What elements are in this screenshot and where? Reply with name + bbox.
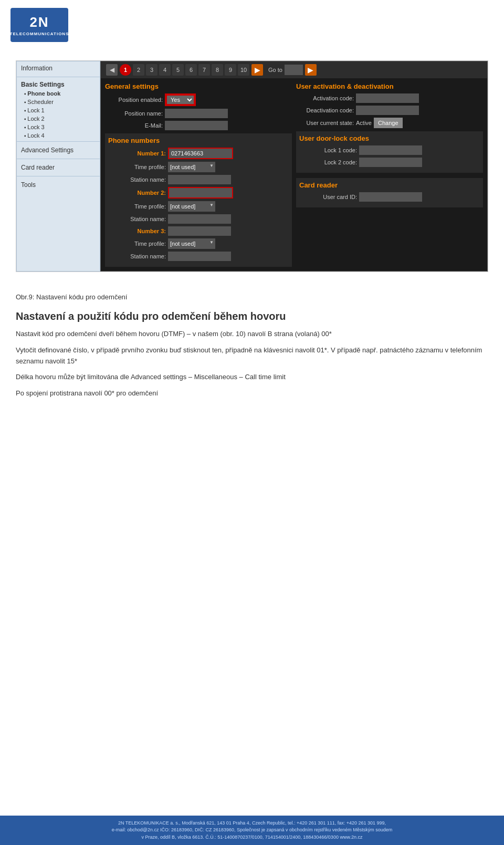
station-name3-label: Station name: bbox=[108, 253, 166, 259]
nav-next-arrow[interactable]: ▶ bbox=[251, 64, 263, 76]
station-name2-input[interactable] bbox=[168, 214, 231, 224]
email-input[interactable] bbox=[165, 121, 228, 130]
user-card-id-label: User card ID: bbox=[299, 194, 357, 200]
activation-code-input[interactable] bbox=[356, 93, 419, 103]
lock2-code-input[interactable] bbox=[359, 158, 422, 167]
card-reader-title: Card reader bbox=[299, 181, 480, 189]
goto-go-arrow[interactable]: ▶ bbox=[305, 64, 317, 76]
number3-group: Number 3: bbox=[108, 226, 289, 236]
page-9[interactable]: 9 bbox=[225, 64, 236, 76]
number3-input[interactable] bbox=[168, 226, 231, 236]
sidebar-item-lock4[interactable]: Lock 4 bbox=[17, 131, 100, 140]
sidebar-tools[interactable]: Tools bbox=[17, 178, 100, 192]
station-name1-group: Station name: bbox=[108, 175, 289, 184]
number1-input[interactable] bbox=[169, 149, 232, 158]
logo-text: 2N bbox=[29, 14, 49, 30]
time-profile2-select[interactable]: [not used] bbox=[168, 201, 215, 212]
sidebar-item-lock2[interactable]: Lock 2 bbox=[17, 114, 100, 123]
user-current-state-label: User current state: bbox=[296, 120, 354, 126]
sidebar-item-phonebook[interactable]: Phone book bbox=[17, 89, 100, 98]
footer-line2: e-mail: obchod@2n.cz IČO: 26183960, DIČ:… bbox=[10, 827, 494, 834]
main-heading: Nastavení a použití kódu pro odemčení bě… bbox=[16, 310, 488, 322]
page-6[interactable]: 6 bbox=[185, 64, 197, 76]
door-lock-section: User door-lock codes Lock 1 code: Lock 2… bbox=[296, 131, 483, 173]
sidebar-card-reader[interactable]: Card reader bbox=[17, 161, 100, 174]
time-profile1-group: Time profile: [not used] bbox=[108, 162, 289, 172]
station-name1-input[interactable] bbox=[168, 175, 231, 184]
logo-subtitle: TELECOMMUNICATIONS bbox=[10, 32, 69, 36]
user-current-state-group: User current state: Active Change bbox=[296, 118, 483, 128]
time-profile2-label: Time profile: bbox=[108, 203, 166, 210]
page-2[interactable]: 2 bbox=[133, 64, 144, 76]
station-name3-input[interactable] bbox=[168, 252, 231, 261]
number1-group: Number 1: bbox=[108, 148, 289, 159]
sidebar-item-lock1[interactable]: Lock 1 bbox=[17, 106, 100, 114]
nav-bar: ◀ 1 2 3 4 5 6 7 8 9 10 ▶ Go to ▶ bbox=[101, 61, 487, 78]
number2-label: Number 2: bbox=[108, 190, 166, 196]
body-para2: Vytočit definované číslo, v případě prvn… bbox=[16, 345, 488, 367]
deactivation-code-label: Deactivation code: bbox=[296, 107, 354, 113]
device-panel: ◀ 1 2 3 4 5 6 7 8 9 10 ▶ Go to ▶ bbox=[100, 61, 488, 272]
activation-code-group: Activation code: bbox=[296, 93, 483, 103]
sidebar: Information Basic Settings Phone book Sc… bbox=[16, 61, 100, 272]
page-7[interactable]: 7 bbox=[198, 64, 210, 76]
position-enabled-group: Position enabled: Yes bbox=[105, 93, 292, 106]
time-profile3-select[interactable]: [not used] bbox=[168, 238, 215, 249]
page-10[interactable]: 10 bbox=[238, 64, 249, 76]
user-card-id-group: User card ID: bbox=[299, 192, 480, 202]
page-numbers: 1 2 3 4 5 6 7 8 9 10 bbox=[120, 64, 249, 76]
sidebar-advanced-settings[interactable]: Advanced Settings bbox=[17, 143, 100, 157]
time-profile3-group: Time profile: [not used] bbox=[108, 238, 289, 249]
change-button[interactable]: Change bbox=[374, 118, 403, 128]
sidebar-item-information[interactable]: Information bbox=[17, 61, 100, 75]
lock2-code-group: Lock 2 code: bbox=[299, 158, 480, 167]
email-label: E-Mail: bbox=[105, 122, 163, 129]
position-name-input[interactable] bbox=[165, 109, 228, 118]
position-name-group: Position name: bbox=[105, 109, 292, 118]
station-name2-group: Station name: bbox=[108, 214, 289, 224]
lock1-code-group: Lock 1 code: bbox=[299, 145, 480, 155]
sidebar-item-scheduler[interactable]: Scheduler bbox=[17, 98, 100, 106]
lock1-code-label: Lock 1 code: bbox=[299, 147, 357, 153]
nav-prev-arrow[interactable]: ◀ bbox=[106, 64, 118, 76]
sidebar-item-lock3[interactable]: Lock 3 bbox=[17, 123, 100, 131]
position-enabled-select[interactable]: Yes bbox=[166, 95, 195, 105]
logo-area: 2N TELECOMMUNICATIONS bbox=[10, 8, 494, 42]
user-card-id-input[interactable] bbox=[359, 192, 422, 202]
page-1[interactable]: 1 bbox=[120, 64, 131, 76]
footer-line3: v Praze, oddíl B, vložka 6613. Č.Ú.: 51-… bbox=[10, 834, 494, 841]
phone-numbers-title: Phone numbers bbox=[108, 137, 289, 144]
footer-line1: 2N TELEKOMUNIKACE a. s., Modřanská 621, … bbox=[10, 820, 494, 827]
figure-caption: Obr.9: Nastavení kódu pro odemčení bbox=[16, 293, 488, 301]
goto-label: Go to bbox=[268, 67, 282, 73]
page-3[interactable]: 3 bbox=[146, 64, 158, 76]
body-para4: Po spojení protistrana navolí 00* pro od… bbox=[16, 388, 488, 399]
body-para3: Délka hovoru může být limitována dle Adv… bbox=[16, 372, 488, 383]
deactivation-code-group: Deactivation code: bbox=[296, 106, 483, 115]
general-settings-title: General settings bbox=[105, 82, 292, 90]
number1-label: Number 1: bbox=[108, 150, 166, 157]
deactivation-code-input[interactable] bbox=[356, 106, 419, 115]
screenshot-area: Information Basic Settings Phone book Sc… bbox=[16, 60, 488, 272]
activation-code-label: Activation code: bbox=[296, 95, 354, 101]
page-4[interactable]: 4 bbox=[159, 64, 171, 76]
number3-label: Number 3: bbox=[108, 228, 166, 234]
number2-group: Number 2: bbox=[108, 187, 289, 199]
lock1-code-input[interactable] bbox=[359, 145, 422, 155]
page-8[interactable]: 8 bbox=[212, 64, 223, 76]
time-profile1-select[interactable]: [not used] bbox=[168, 162, 215, 172]
body-para1: Nastavit kód pro odemčení dveří během ho… bbox=[16, 329, 488, 340]
page-5[interactable]: 5 bbox=[172, 64, 184, 76]
sidebar-basic-settings[interactable]: Basic Settings bbox=[17, 79, 100, 89]
email-group: E-Mail: bbox=[105, 121, 292, 130]
goto-input[interactable] bbox=[285, 65, 303, 75]
time-profile1-label: Time profile: bbox=[108, 164, 166, 170]
position-enabled-label: Position enabled: bbox=[105, 97, 163, 103]
company-logo: 2N TELECOMMUNICATIONS bbox=[10, 8, 68, 42]
time-profile2-group: Time profile: [not used] bbox=[108, 201, 289, 212]
number2-input[interactable] bbox=[169, 188, 232, 197]
card-reader-section: Card reader User card ID: bbox=[296, 178, 483, 207]
lock2-code-label: Lock 2 code: bbox=[299, 159, 357, 165]
footer: 2N TELEKOMUNIKACE a. s., Modřanská 621, … bbox=[0, 816, 504, 846]
station-name1-label: Station name: bbox=[108, 176, 166, 183]
